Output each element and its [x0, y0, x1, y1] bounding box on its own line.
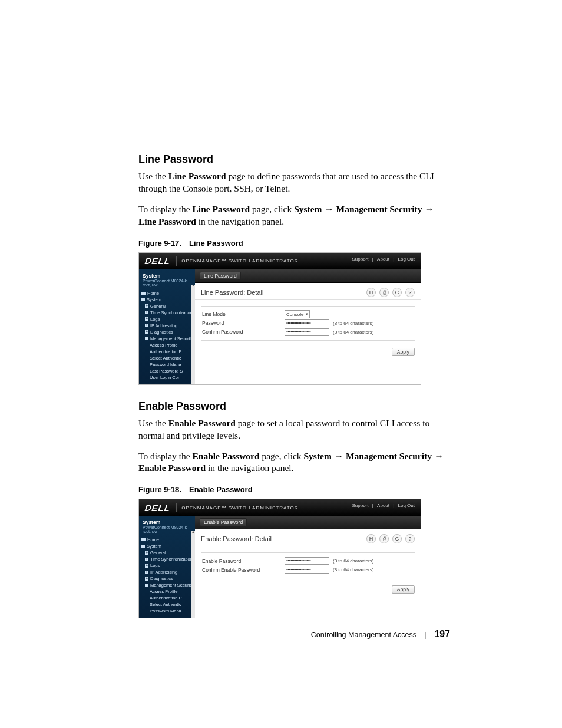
confirm-password-hint: (8 to 64 characters): [333, 330, 373, 335]
refresh-icon[interactable]: C: [392, 534, 402, 543]
sep: |: [392, 256, 396, 262]
tree-label: General: [150, 549, 166, 556]
help-icon[interactable]: ?: [405, 288, 415, 297]
tree-ipaddr[interactable]: IP Addressing: [141, 322, 194, 329]
enable-password-input[interactable]: ••••••••••••••••••: [285, 557, 329, 565]
text: page, click: [250, 204, 294, 214]
text: in the navigation panel.: [196, 216, 284, 226]
tree-auth-profile[interactable]: Authentication P: [141, 348, 194, 355]
line-mode-select[interactable]: Console: [285, 310, 310, 318]
about-link[interactable]: About: [377, 503, 389, 508]
print-icon[interactable]: ⎙: [379, 534, 389, 543]
confirm-password-input[interactable]: ••••••••••••••••••: [285, 328, 329, 336]
tree-diag[interactable]: Diagnostics: [141, 575, 194, 582]
expand-icon[interactable]: [145, 577, 148, 581]
expand-icon[interactable]: [145, 330, 148, 334]
tree-select-auth[interactable]: Select Authentic: [141, 355, 194, 361]
expand-icon[interactable]: [145, 317, 148, 321]
text: page, click: [260, 451, 304, 461]
save-icon[interactable]: H: [366, 288, 376, 297]
tree-last-password[interactable]: Last Password S: [141, 368, 194, 374]
line-password-term: Line Password: [168, 171, 226, 181]
row-line-mode: Line Mode Console: [201, 310, 415, 319]
save-icon[interactable]: H: [366, 534, 376, 543]
sidebar-tree: Home System General Time Synchronization…: [139, 289, 195, 382]
tree-logs[interactable]: Logs: [141, 316, 194, 322]
collapse-icon[interactable]: [141, 545, 145, 548]
tree-label: System: [147, 297, 161, 303]
expand-icon[interactable]: [145, 311, 148, 314]
app-header: DELL OPENMANAGE™ SWITCH ADMINISTRATOR Su…: [139, 253, 421, 269]
breadcrumb-tab[interactable]: Enable Password: [200, 518, 247, 526]
tree-timesync[interactable]: Time Synchronization: [141, 309, 194, 316]
password-hint: (8 to 64 characters): [333, 321, 373, 326]
text: Enable Password: [192, 451, 259, 461]
page-title: Enable Password: Detail: [201, 535, 366, 542]
tree-label: Logs: [150, 562, 160, 569]
expand-icon[interactable]: [145, 304, 148, 308]
tree-label: Select Authentic: [150, 601, 181, 608]
tree-system[interactable]: System: [141, 297, 194, 303]
tree-label: Management Security: [150, 582, 193, 588]
apply-button[interactable]: Apply: [392, 585, 415, 594]
tree-auth-profile[interactable]: Authentication P: [141, 595, 194, 601]
tree-password-mgmt[interactable]: Password Mana: [141, 361, 194, 368]
tree-select-auth[interactable]: Select Authentic: [141, 601, 194, 608]
refresh-icon[interactable]: C: [392, 288, 402, 297]
logout-link[interactable]: Log Out: [398, 503, 415, 508]
line-password-screenshot: DELL OPENMANAGE™ SWITCH ADMINISTRATOR Su…: [138, 252, 421, 385]
dell-logo: DELL: [138, 503, 177, 513]
page-footer: Controlling Management Access | 197: [138, 629, 450, 640]
expand-icon[interactable]: [145, 551, 148, 555]
line-mode-label: Line Mode: [201, 311, 285, 317]
text: To display the: [138, 451, 192, 461]
collapse-icon[interactable]: [145, 337, 148, 340]
tree-system[interactable]: System: [141, 543, 194, 549]
nav-enable-password: Enable Password: [138, 463, 206, 473]
tree-logs[interactable]: Logs: [141, 562, 194, 569]
collapse-icon[interactable]: [145, 584, 148, 587]
confirm-enable-password-input[interactable]: ••••••••••••••••••: [285, 566, 329, 574]
tree-access-profile[interactable]: Access Profile: [141, 588, 194, 595]
expand-icon[interactable]: [145, 571, 148, 574]
support-link[interactable]: Support: [352, 503, 369, 508]
tree-timesync[interactable]: Time Synchronization: [141, 556, 194, 562]
support-link[interactable]: Support: [352, 256, 369, 262]
tree-mgmtsec[interactable]: Management Security: [141, 335, 194, 342]
tree-diag[interactable]: Diagnostics: [141, 329, 194, 335]
sidebar-system-label: System: [143, 519, 191, 525]
nav-mgmt-sec: Management Security: [346, 451, 432, 461]
sidebar-head: System PowerConnect M8024-k root, r/w: [139, 518, 195, 535]
tree-home[interactable]: Home: [141, 290, 194, 297]
tree-password-mgmt[interactable]: Password Mana: [141, 608, 194, 614]
password-hint: (8 to 64 characters): [333, 567, 373, 572]
about-link[interactable]: About: [377, 256, 389, 262]
tree-label: Select Authentic: [150, 355, 181, 361]
expand-icon[interactable]: [145, 324, 148, 327]
tree-mgmtsec[interactable]: Management Security: [141, 582, 194, 588]
breadcrumb: Enable Password: [195, 516, 421, 529]
tree-ipaddr[interactable]: IP Addressing: [141, 569, 194, 575]
figure-9-17-caption: Figure 9-17. Line Password: [138, 239, 450, 248]
collapse-icon[interactable]: [141, 298, 145, 301]
tree-general[interactable]: General: [141, 303, 194, 309]
logout-link[interactable]: Log Out: [398, 256, 415, 262]
footer-title: Controlling Management Access: [311, 631, 416, 639]
help-icon[interactable]: ?: [405, 534, 415, 543]
nav-line-password: Line Password: [138, 216, 196, 226]
expand-icon[interactable]: [145, 558, 148, 561]
tree-label: Diagnostics: [150, 329, 173, 335]
tree-access-profile[interactable]: Access Profile: [141, 342, 194, 348]
arrow-icon: →: [332, 451, 346, 461]
tree-general[interactable]: General: [141, 549, 194, 556]
print-icon[interactable]: ⎙: [379, 288, 389, 297]
tree-home[interactable]: Home: [141, 536, 194, 543]
apply-button[interactable]: Apply: [392, 348, 415, 356]
tree-user-login[interactable]: User Login Con: [141, 374, 194, 381]
breadcrumb-tab[interactable]: Line Password: [200, 272, 241, 280]
arrow-icon: →: [422, 204, 434, 214]
sep: |: [371, 503, 375, 508]
tree-label: Time Synchronization: [150, 309, 193, 316]
expand-icon[interactable]: [145, 564, 148, 568]
password-input[interactable]: ••••••••••••••••••: [285, 319, 329, 327]
